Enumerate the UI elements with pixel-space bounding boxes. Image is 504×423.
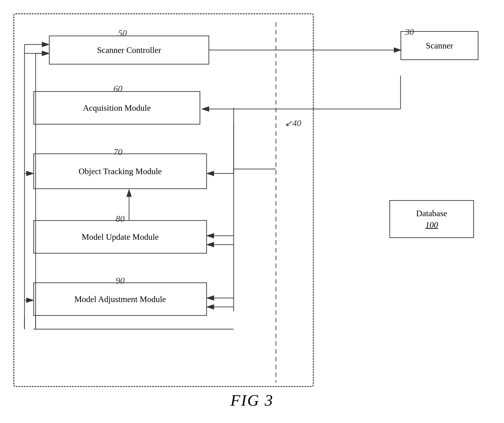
model-adjustment-label: Model Adjustment Module (74, 294, 166, 304)
object-tracking-label: Object Tracking Module (78, 166, 162, 176)
figure-label: FIG 3 (231, 391, 274, 410)
database-label: Database (416, 209, 447, 218)
diagram-container: Scanner Controller Acquisition Module Ob… (0, 0, 504, 423)
model-update-box: Model Update Module (33, 220, 207, 254)
scanner-controller-label: Scanner Controller (97, 45, 161, 55)
ref-50: 50 (118, 28, 127, 38)
database-ref: 100 (425, 220, 438, 230)
object-tracking-box: Object Tracking Module (33, 154, 207, 189)
acquisition-module-box: Acquisition Module (33, 91, 200, 125)
ref-90: 90 (116, 275, 125, 286)
acquisition-module-label: Acquisition Module (83, 103, 151, 113)
ref-30: 30 (405, 27, 414, 37)
dashed-region (13, 13, 314, 387)
scanner-controller-box: Scanner Controller (49, 36, 209, 65)
ref-70: 70 (114, 147, 122, 157)
ref-80: 80 (116, 214, 125, 224)
model-update-label: Model Update Module (82, 232, 159, 242)
model-adjustment-box: Model Adjustment Module (33, 282, 207, 316)
ref-40: ↙40 (285, 118, 301, 128)
ref-60: 60 (114, 83, 122, 94)
scanner-label: Scanner (426, 41, 453, 50)
database-box: Database 100 (390, 200, 474, 238)
